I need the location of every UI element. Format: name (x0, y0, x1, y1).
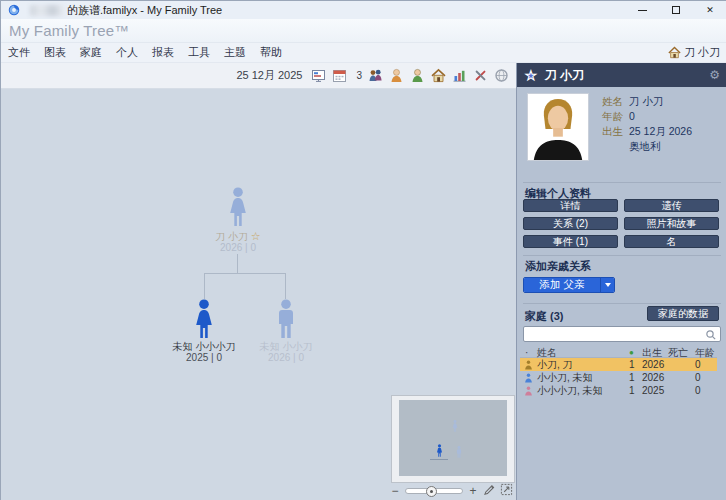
zoom-slider-thumb[interactable] (426, 486, 437, 497)
redacted-owner-name (30, 5, 64, 16)
details-button[interactable]: 详情 (523, 199, 618, 212)
titlebar: 的族谱.familyx - My Family Tree ✕ (1, 1, 726, 19)
add-person-icon[interactable] (409, 68, 425, 84)
menu-reports[interactable]: 报表 (145, 43, 181, 62)
tree-root-detail: 2026 | 0 (178, 242, 298, 253)
tree-connector (285, 273, 286, 299)
field-label-age: 年龄 (602, 110, 623, 124)
web-icon[interactable] (493, 68, 509, 84)
field-value-birthplace: 奥地利 (629, 140, 661, 154)
tools-icon[interactable] (472, 68, 488, 84)
zoom-out-button[interactable]: − (389, 485, 401, 497)
sidebar-header: ★ 刀 小刀 ⚙ (517, 63, 726, 87)
menu-family[interactable]: 家庭 (73, 43, 109, 62)
family-table-header[interactable]: · 姓名 ● 出生 死亡 年龄 (520, 346, 717, 358)
maximize-icon (672, 6, 680, 14)
menu-help[interactable]: 帮助 (253, 43, 289, 62)
person-photo[interactable] (527, 93, 589, 161)
menu-bar: 文件 图表 家庭 个人 报表 工具 主题 帮助 刀 小刀 (1, 43, 726, 63)
maximize-button[interactable] (659, 1, 693, 19)
field-label-birth: 出生 (602, 125, 623, 139)
home-person-name: 刀 小刀 (684, 45, 720, 60)
relationships-button[interactable]: 关系 (2) (523, 217, 618, 230)
table-row[interactable]: 小小小刀, 未知 1 2025 0 (520, 384, 717, 397)
tree-connector (204, 273, 205, 299)
genetics-button[interactable]: 遗传 (624, 199, 719, 212)
minimize-icon (638, 10, 647, 11)
table-row[interactable]: 小小刀, 未知 1 2026 0 (520, 371, 717, 384)
family-search[interactable] (523, 326, 721, 342)
menu-tools[interactable]: 工具 (181, 43, 217, 62)
sidebar-person-name: 刀 小刀 (545, 67, 584, 84)
menu-charts[interactable]: 图表 (37, 43, 73, 62)
home-person-link[interactable]: 刀 小刀 (668, 45, 726, 60)
row-count: 1 (629, 371, 635, 384)
search-input[interactable] (526, 327, 706, 341)
chart-toolbar: 25 12月 2025 3 (1, 63, 517, 89)
statistics-icon[interactable] (451, 68, 467, 84)
add-relative-dropdown[interactable] (600, 278, 614, 292)
row-name: 小小刀, 未知 (537, 371, 593, 384)
close-button[interactable]: ✕ (693, 1, 726, 19)
add-relative-title: 添加亲戚关系 (525, 259, 591, 274)
menu-file[interactable]: 文件 (1, 43, 37, 62)
field-value-name: 刀 小刀 (629, 95, 663, 109)
row-age: 0 (695, 384, 701, 397)
row-birth: 2026 (642, 358, 664, 371)
photos-stories-button[interactable]: 照片和故事 (624, 217, 719, 230)
tree-connector (237, 254, 238, 273)
app-title: My Family Tree™ (9, 22, 130, 39)
tree-person-root[interactable] (225, 187, 251, 227)
tree-person-child-selected[interactable] (191, 299, 217, 339)
menu-themes[interactable]: 主题 (217, 43, 253, 62)
minimize-button[interactable] (625, 1, 659, 19)
names-button[interactable]: 名 (624, 235, 719, 248)
separator (523, 303, 721, 304)
row-age: 0 (695, 371, 701, 384)
row-count: 1 (629, 384, 635, 397)
add-female-icon[interactable] (388, 68, 404, 84)
home-icon (668, 46, 681, 59)
tree-child2-detail: 2026 | 0 (226, 352, 346, 363)
group-icon[interactable] (367, 68, 383, 84)
menu-person[interactable]: 个人 (109, 43, 145, 62)
family-data-button[interactable]: 家庭的数据 (647, 306, 719, 321)
tree-person-child2[interactable] (273, 299, 299, 339)
chevron-down-icon (605, 283, 611, 287)
family-section-title: 家庭 (3) (525, 309, 564, 324)
zoom-controls: − + (389, 483, 517, 499)
root-star-icon: ☆ (251, 230, 261, 242)
field-value-birth: 25 12月 2026 (629, 125, 692, 139)
table-row[interactable]: 小刀, 刀 1 2026 0 (520, 358, 717, 371)
search-icon (705, 329, 717, 341)
people-count-badge: 3 (356, 70, 362, 81)
person-sidebar: ★ 刀 小刀 ⚙ 姓名 刀 小刀 年龄 0 出生 25 12月 2026 奥地利… (517, 63, 726, 500)
zoom-slider[interactable] (405, 488, 463, 494)
minimap-panel[interactable] (391, 395, 515, 483)
person-icon (524, 373, 533, 383)
calendar-icon[interactable] (331, 68, 347, 84)
avatar (528, 94, 588, 160)
window-title: 的族谱.familyx - My Family Tree (67, 3, 222, 18)
edit-mode-icon[interactable] (483, 482, 496, 500)
events-button[interactable]: 事件 (1) (523, 235, 618, 248)
close-icon: ✕ (706, 6, 714, 15)
add-father-split-button[interactable]: 添加 父亲 (523, 277, 615, 293)
favorite-star-icon[interactable]: ★ (525, 68, 537, 83)
separator (523, 182, 721, 183)
home-view-icon[interactable] (430, 68, 446, 84)
person-icon (524, 386, 533, 396)
zoom-in-button[interactable]: + (467, 485, 479, 497)
row-name: 小小小刀, 未知 (537, 384, 603, 397)
app-header: My Family Tree™ (1, 19, 726, 43)
minimap-viewport[interactable] (399, 400, 507, 476)
add-father-button[interactable]: 添加 父亲 (524, 278, 600, 292)
app-window: 的族谱.familyx - My Family Tree ✕ My Family… (0, 0, 726, 500)
gear-icon[interactable]: ⚙ (709, 68, 720, 82)
app-logo-icon (8, 4, 20, 16)
slideshow-icon[interactable] (310, 68, 326, 84)
row-count: 1 (629, 358, 635, 371)
row-age: 0 (695, 358, 701, 371)
fit-to-window-icon[interactable] (500, 482, 513, 500)
row-name: 小刀, 刀 (537, 358, 573, 371)
